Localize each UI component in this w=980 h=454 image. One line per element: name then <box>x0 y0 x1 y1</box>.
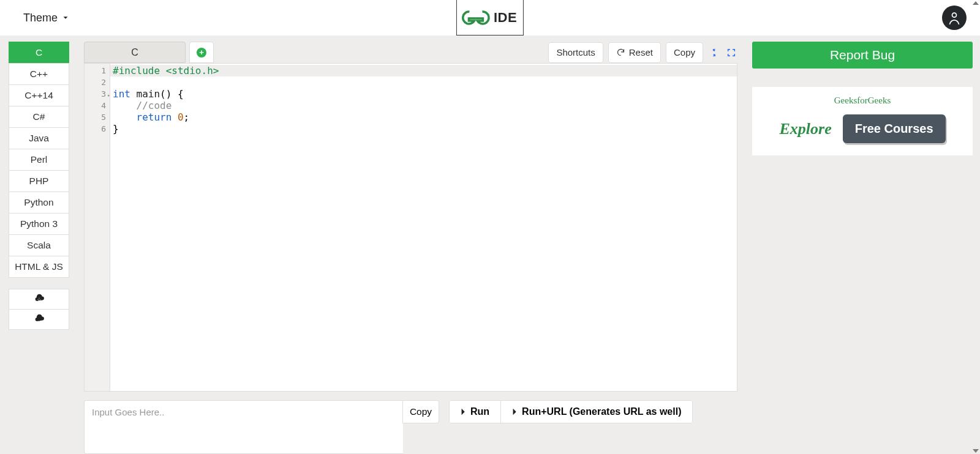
tab-row: C + Shortcuts Reset Copy <box>84 42 737 63</box>
collapse-icon <box>709 48 719 58</box>
language-item-c[interactable]: C <box>9 42 69 64</box>
run-url-label: Run+URL (Generates URL as well) <box>522 406 681 417</box>
language-item-c-[interactable]: C# <box>9 106 69 128</box>
input-wrap: Copy <box>84 400 439 454</box>
copy-label: Copy <box>674 47 695 58</box>
cloud-download-icon <box>34 294 45 305</box>
sidebar-actions <box>9 289 69 330</box>
run-button-group: Run Run+URL (Generates URL as well) <box>449 400 693 423</box>
run-url-button[interactable]: Run+URL (Generates URL as well) <box>500 401 692 423</box>
line-gutter: 123▾456 <box>85 64 110 391</box>
header-bar: Theme IDE <box>0 0 980 35</box>
bottom-controls: Copy Run Run+URL (Generates URL as well) <box>84 400 737 454</box>
promo-brand-label: GeeksforGeeks <box>763 95 962 106</box>
reset-button[interactable]: Reset <box>608 42 661 63</box>
user-icon <box>946 10 962 26</box>
chevron-right-icon <box>461 408 467 415</box>
code-line[interactable]: } <box>110 123 737 135</box>
language-item-c-[interactable]: C++ <box>9 63 69 85</box>
svg-point-0 <box>952 13 957 17</box>
code-editor[interactable]: 123▾456 #include <stdio.h>int main() { /… <box>84 63 737 392</box>
gfg-logo-icon <box>461 9 491 27</box>
refresh-icon <box>616 48 625 57</box>
collapse-button[interactable] <box>708 47 720 59</box>
chevron-down-icon <box>61 13 70 22</box>
expand-icon <box>726 48 736 58</box>
theme-dropdown[interactable]: Theme <box>23 12 70 24</box>
scroll-up-icon[interactable] <box>973 1 979 5</box>
shortcuts-button[interactable]: Shortcuts <box>548 42 603 63</box>
add-tab-button[interactable]: + <box>189 42 214 63</box>
file-tab-label: C <box>131 47 138 58</box>
upload-button[interactable] <box>9 309 69 330</box>
run-label: Run <box>470 406 489 417</box>
report-bug-label: Report Bug <box>830 48 895 62</box>
language-item-html-js[interactable]: HTML & JS <box>9 256 69 278</box>
file-tab[interactable]: C <box>84 42 186 63</box>
ide-label: IDE <box>494 10 517 26</box>
line-number: 3▾ <box>85 88 110 100</box>
free-courses-button[interactable]: Free Courses <box>843 114 946 143</box>
copy-button[interactable]: Copy <box>666 42 703 63</box>
download-button[interactable] <box>9 289 69 310</box>
language-list: CC++C++14C#JavaPerlPHPPythonPython 3Scal… <box>9 42 69 278</box>
code-line[interactable]: #include <stdio.h> <box>110 65 737 76</box>
promo-card: GeeksforGeeks Explore Free Courses <box>752 87 973 155</box>
language-item-java[interactable]: Java <box>9 127 69 149</box>
scroll-down-icon[interactable] <box>973 449 979 453</box>
line-number: 1 <box>85 65 110 76</box>
main-area: CC++C++14C#JavaPerlPHPPythonPython 3Scal… <box>0 35 980 454</box>
stdin-input[interactable] <box>84 400 403 454</box>
report-bug-button[interactable]: Report Bug <box>752 42 973 69</box>
fullscreen-button[interactable] <box>725 47 737 59</box>
user-avatar[interactable] <box>942 6 967 30</box>
line-number: 5 <box>85 111 110 123</box>
right-column: Report Bug GeeksforGeeks Explore Free Co… <box>752 42 973 454</box>
reset-label: Reset <box>629 47 653 58</box>
plus-icon: + <box>197 48 206 58</box>
code-line[interactable]: //code <box>110 100 737 111</box>
language-item-perl[interactable]: Perl <box>9 149 69 171</box>
line-number: 6 <box>85 123 110 135</box>
line-number: 2 <box>85 76 110 88</box>
language-item-scala[interactable]: Scala <box>9 234 69 256</box>
explore-label: Explore <box>779 120 831 138</box>
theme-label: Theme <box>23 12 58 24</box>
code-line[interactable]: int main() { <box>110 88 737 100</box>
run-button[interactable]: Run <box>450 401 500 423</box>
language-item-python[interactable]: Python <box>9 192 69 214</box>
editor-column: C + Shortcuts Reset Copy <box>84 42 737 454</box>
chevron-right-icon <box>512 408 518 415</box>
language-item-c-14[interactable]: C++14 <box>9 84 69 106</box>
language-sidebar: CC++C++14C#JavaPerlPHPPythonPython 3Scal… <box>9 42 69 454</box>
line-number: 4 <box>85 100 110 111</box>
cloud-upload-icon <box>34 314 45 325</box>
code-line[interactable]: return 0; <box>110 111 737 123</box>
logo-container[interactable]: IDE <box>456 0 524 35</box>
shortcuts-label: Shortcuts <box>556 47 595 58</box>
code-line[interactable] <box>110 76 737 88</box>
code-area[interactable]: #include <stdio.h>int main() { //code re… <box>110 64 737 391</box>
copy-input-button[interactable]: Copy <box>402 400 439 423</box>
language-item-python-3[interactable]: Python 3 <box>9 213 69 235</box>
language-item-php[interactable]: PHP <box>9 170 69 192</box>
